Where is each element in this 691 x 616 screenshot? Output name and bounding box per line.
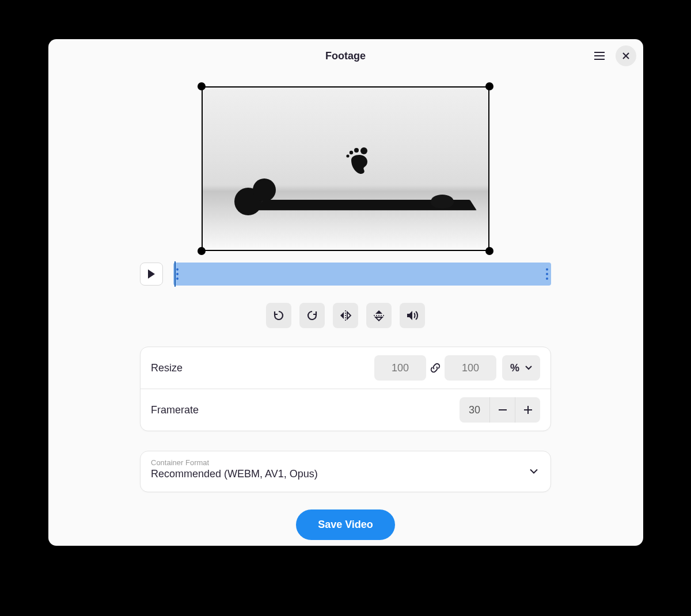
format-panel: Container Format Recommended (WEBM, AV1,… xyxy=(140,451,551,492)
framerate-row: Framerate 30 xyxy=(141,389,550,431)
framerate-value[interactable]: 30 xyxy=(460,397,489,423)
video-preview[interactable] xyxy=(202,86,489,251)
flip-vertical-button[interactable] xyxy=(366,303,392,328)
svg-point-1 xyxy=(354,148,359,153)
resize-label: Resize xyxy=(151,362,374,374)
crop-handle-bottom-right[interactable] xyxy=(485,247,493,255)
play-icon xyxy=(147,269,155,279)
framerate-label: Framerate xyxy=(151,404,460,416)
chevron-down-icon xyxy=(525,366,532,370)
svg-point-2 xyxy=(350,151,353,154)
crop-frame[interactable] xyxy=(202,86,489,251)
crop-handle-bottom-left[interactable] xyxy=(198,247,206,255)
rotate-left-icon xyxy=(273,310,284,321)
hamburger-icon xyxy=(594,52,605,60)
save-video-button[interactable]: Save Video xyxy=(296,509,395,540)
link-icon xyxy=(430,362,441,374)
trim-handle-left[interactable] xyxy=(176,263,179,286)
tool-row xyxy=(266,303,425,328)
framerate-stepper: 30 xyxy=(460,397,540,423)
framerate-decrement-button[interactable] xyxy=(489,397,515,423)
svg-point-3 xyxy=(346,154,349,157)
crop-handle-top-left[interactable] xyxy=(198,82,206,90)
speaker-icon xyxy=(406,310,419,321)
container-format-value: Recommended (WEBM, AV1, Opus) xyxy=(151,468,318,480)
hamburger-menu-button[interactable] xyxy=(589,45,610,66)
resize-row: Resize % xyxy=(141,347,550,389)
crop-handle-top-right[interactable] xyxy=(485,82,493,90)
resize-unit-dropdown[interactable]: % xyxy=(502,355,540,381)
play-button[interactable] xyxy=(140,263,163,286)
rotate-left-button[interactable] xyxy=(266,303,291,328)
flip-horizontal-icon xyxy=(339,310,352,321)
minus-icon xyxy=(499,409,507,410)
preview-object-mouse xyxy=(431,195,454,208)
svg-point-0 xyxy=(360,147,367,154)
flip-vertical-icon xyxy=(373,309,385,322)
container-format-dropdown[interactable]: Container Format Recommended (WEBM, AV1,… xyxy=(141,451,550,492)
framerate-increment-button[interactable] xyxy=(515,397,540,423)
gnome-foot-logo xyxy=(346,147,371,174)
resize-width-input[interactable] xyxy=(374,355,426,381)
link-dimensions-button[interactable] xyxy=(426,362,445,374)
rotate-right-button[interactable] xyxy=(299,303,325,328)
close-button[interactable] xyxy=(616,45,636,66)
titlebar: Footage xyxy=(48,39,643,73)
trim-handle-right[interactable] xyxy=(545,263,549,286)
resize-unit-value: % xyxy=(510,362,519,374)
resize-height-input[interactable] xyxy=(445,355,496,381)
container-format-label: Container Format xyxy=(151,458,209,467)
chevron-down-icon xyxy=(530,469,538,474)
app-window: Footage xyxy=(48,39,643,546)
settings-panel: Resize % Framerate 30 xyxy=(140,347,551,431)
close-icon xyxy=(622,52,630,60)
audio-button[interactable] xyxy=(400,303,425,328)
timeline-trim[interactable] xyxy=(173,263,551,286)
window-title: Footage xyxy=(325,50,366,62)
plus-icon xyxy=(524,406,532,414)
rotate-right-icon xyxy=(306,310,318,321)
flip-horizontal-button[interactable] xyxy=(333,303,358,328)
